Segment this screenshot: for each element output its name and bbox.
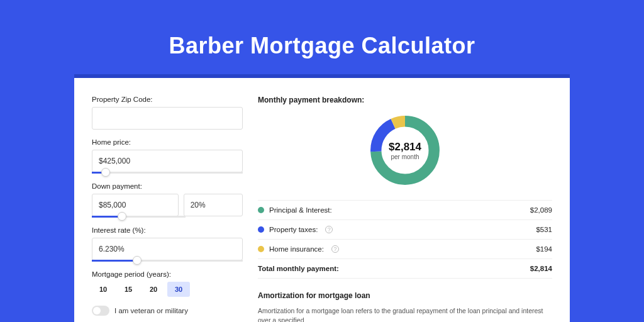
down-payment-label: Down payment:	[92, 182, 243, 190]
period-button-10[interactable]: 10	[92, 282, 114, 297]
card-border: Property Zip Code: Home price: $425,000 …	[74, 74, 570, 322]
interest-label: Interest rate (%):	[92, 226, 243, 234]
breakdown-value: $531	[536, 226, 552, 233]
legend-dot-icon	[258, 226, 264, 233]
breakdown-label: Home insurance:	[269, 245, 324, 253]
zip-section: Property Zip Code:	[92, 96, 243, 130]
donut-center: $2,814 per month	[367, 112, 443, 189]
veteran-label: I am veteran or military	[114, 307, 188, 314]
down-payment-section: Down payment: $85,000 20%	[92, 182, 243, 218]
legend-dot-icon	[258, 246, 264, 252]
zip-input[interactable]	[92, 107, 243, 130]
amortization-title: Amortization for mortgage loan	[258, 291, 552, 300]
breakdown-row: Principal & Interest:$2,089	[258, 200, 552, 219]
period-button-15[interactable]: 15	[117, 282, 140, 297]
interest-slider[interactable]	[92, 260, 243, 262]
breakdown-label: Principal & Interest:	[269, 206, 332, 214]
calculator-card: Property Zip Code: Home price: $425,000 …	[74, 78, 570, 322]
interest-input[interactable]: 6.230%	[92, 238, 243, 260]
slider-thumb-icon[interactable]	[118, 212, 126, 221]
down-payment-pct-input[interactable]: 20%	[184, 194, 243, 216]
home-price-label: Home price:	[92, 138, 243, 146]
page-title: Barber Mortgage Calculator	[169, 33, 475, 59]
breakdown-label: Property taxes:	[269, 226, 318, 233]
breakdown-value: $194	[536, 245, 552, 253]
home-price-slider[interactable]	[92, 172, 243, 174]
breakdown-total-label: Total monthly payment:	[258, 265, 339, 272]
zip-label: Property Zip Code:	[92, 96, 243, 103]
veteran-row: I am veteran or military	[92, 306, 243, 316]
breakdown-list: Principal & Interest:$2,089Property taxe…	[258, 200, 552, 279]
donut-chart: $2,814 per month	[258, 112, 552, 189]
period-button-20[interactable]: 20	[142, 282, 165, 297]
period-buttons: 10152030	[92, 282, 243, 297]
down-payment-input[interactable]: $85,000	[92, 194, 179, 216]
help-icon[interactable]: ?	[325, 226, 333, 233]
form-panel: Property Zip Code: Home price: $425,000 …	[92, 96, 243, 322]
breakdown-total-row: Total monthly payment:$2,814	[258, 258, 552, 279]
veteran-toggle[interactable]	[92, 306, 109, 316]
slider-thumb-icon[interactable]	[101, 168, 110, 177]
breakdown-row: Home insurance:?$194	[258, 239, 552, 258]
breakdown-panel: Monthly payment breakdown: $2,814 per mo…	[258, 96, 552, 322]
legend-dot-icon	[258, 207, 264, 213]
period-section: Mortgage period (years): 10152030	[92, 270, 243, 297]
amortization-body: Amortization for a mortgage loan refers …	[258, 306, 552, 322]
help-icon[interactable]: ?	[331, 245, 339, 253]
breakdown-title: Monthly payment breakdown:	[258, 96, 552, 104]
home-price-section: Home price: $425,000	[92, 138, 243, 174]
period-button-30[interactable]: 30	[167, 282, 190, 297]
down-payment-slider[interactable]	[92, 216, 186, 218]
amortization-section: Amortization for mortgage loan Amortizat…	[258, 291, 552, 322]
breakdown-value: $2,089	[530, 206, 552, 214]
interest-section: Interest rate (%): 6.230%	[92, 226, 243, 262]
period-label: Mortgage period (years):	[92, 270, 243, 278]
donut-sub: per month	[391, 153, 419, 160]
breakdown-total-value: $2,814	[530, 265, 552, 272]
slider-thumb-icon[interactable]	[133, 256, 142, 265]
breakdown-row: Property taxes:?$531	[258, 219, 552, 239]
home-price-input[interactable]: $425,000	[92, 150, 243, 172]
donut-amount: $2,814	[389, 141, 421, 153]
page-root: Barber Mortgage Calculator Property Zip …	[0, 0, 644, 322]
